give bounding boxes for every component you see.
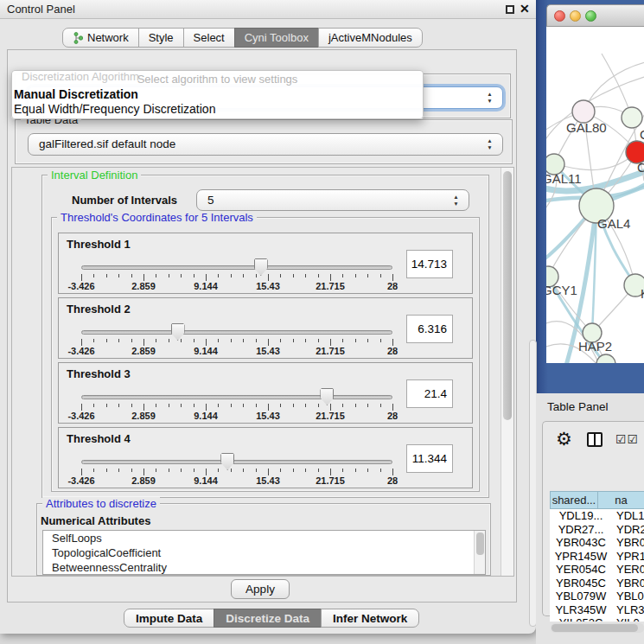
dropdown-options: Manual DiscretizationEqual Width/Frequen…	[12, 87, 423, 117]
table-row[interactable]: YBL079WYBL0	[550, 590, 644, 603]
algorithm-group-title: Discretization Algorithm	[22, 70, 139, 83]
slider-thumb[interactable]	[171, 323, 185, 341]
threshold-panel-threshold-3: Threshold 3-3.4262.8599.14415.4321.71528…	[58, 362, 473, 424]
algorithm-option-manual-discretization[interactable]: Manual Discretization	[12, 87, 423, 102]
node-label: GAL4	[597, 216, 630, 231]
table-row[interactable]: YBR045CYBR0	[550, 577, 644, 590]
tab-infer-network[interactable]: Infer Network	[321, 609, 419, 628]
node-label: GAL11	[546, 171, 582, 186]
cell-name: YPR1	[612, 550, 644, 564]
node-label: GAL80	[566, 120, 607, 135]
attribute-item-topologicalcoefficient[interactable]: TopologicalCoefficient	[43, 545, 485, 560]
combo-arrows-icon: ▲▼	[486, 91, 494, 105]
interval-definition-group: Interval Definition Number of Intervals …	[41, 175, 489, 498]
close-traffic-light[interactable]	[554, 10, 565, 22]
tab-network[interactable]: Network	[62, 28, 139, 48]
threshold-value-field[interactable]: 14.713	[406, 250, 453, 278]
attributes-group-title: Attributes to discretize	[42, 497, 160, 510]
network-graph[interactable]	[546, 27, 644, 363]
checkbox-icons[interactable]: ☑☑	[615, 432, 639, 446]
algorithm-option-equal-width-frequency-discretization[interactable]: Equal Width/Frequency Discretization	[12, 102, 423, 117]
control-panel-window: Control Panel ✕ NetworkStyleSelectCyni T…	[0, 0, 536, 634]
cell-name: YDR2	[612, 523, 644, 537]
column-layout-icon[interactable]	[587, 432, 603, 447]
cell-name: YIL0	[612, 616, 644, 622]
slider-track[interactable]	[81, 395, 392, 399]
tab-discretize-data[interactable]: Discretize Data	[214, 609, 322, 628]
network-icon	[73, 32, 83, 44]
table-header-row: shared... na	[550, 491, 644, 509]
slider-scale-label: 9.144	[184, 281, 227, 291]
cell-name: YLR3	[612, 603, 644, 617]
tab-cyni-toolbox[interactable]: Cyni Toolbox	[234, 28, 319, 48]
cell-name: YBL0	[612, 590, 644, 603]
table-row[interactable]: YIL052CYIL0	[550, 616, 644, 622]
column-header-shared[interactable]: shared...	[550, 491, 598, 509]
table-row[interactable]: YDR27...YDR2	[550, 523, 644, 537]
thresholds-group: Threshold's Coordinates for 5 Intervals …	[51, 217, 480, 492]
minimize-traffic-light[interactable]	[570, 10, 581, 22]
table-horizontal-scrollbar[interactable]	[551, 623, 644, 633]
zoom-traffic-light[interactable]	[585, 10, 596, 22]
settings-scrollbar[interactable]	[501, 168, 513, 576]
close-icon[interactable]: ✕	[520, 2, 530, 16]
number-of-intervals-spinner[interactable]: 5 ▲▼	[196, 189, 469, 211]
table-row[interactable]: YDL19...YDL1	[550, 509, 644, 523]
tab-style[interactable]: Style	[138, 28, 184, 48]
cell-shared-name: YBR043C	[550, 536, 612, 550]
slider-scale-label: 21.715	[309, 346, 352, 356]
scrollbar-thumb[interactable]	[552, 624, 638, 632]
cell-shared-name: YDR27...	[550, 523, 612, 537]
number-of-intervals-label: Number of Intervals	[72, 194, 177, 207]
scrollbar-thumb[interactable]	[503, 171, 512, 420]
tab-jactivemnodules[interactable]: jActiveMNodules	[318, 28, 423, 48]
table-row[interactable]: YER054CYER0	[550, 563, 644, 577]
network-window-titlebar	[546, 4, 644, 27]
table-data-select[interactable]: galFiltered.sif default node ▲▼	[28, 133, 503, 156]
node-label: GCY1	[546, 283, 577, 297]
slider-scale-label: 28	[371, 346, 414, 356]
threshold-value-field[interactable]: 21.4	[406, 379, 453, 408]
table-row[interactable]: YPR145WYPR1	[550, 550, 644, 564]
threshold-panel-threshold-1: Threshold 1-3.4262.8599.14415.4321.71528…	[58, 233, 473, 294]
threshold-value-field[interactable]: 6.316	[406, 315, 453, 343]
table-row[interactable]: YLR345WYLR3	[550, 603, 644, 617]
tab-label: Cyni Toolbox	[245, 31, 309, 44]
apply-button[interactable]: Apply	[231, 579, 290, 599]
table-row[interactable]: YBR043CYBR0	[550, 536, 644, 550]
slider-thumb[interactable]	[254, 258, 268, 276]
tab-select[interactable]: Select	[183, 28, 235, 48]
tab-label: Select	[194, 31, 225, 44]
cell-name: YDL1	[612, 509, 644, 523]
network-canvas[interactable]: GAL80 G C GAL11 GAL4 GCY1 H HAP2	[546, 27, 644, 363]
slider-scale-label: 2.859	[122, 475, 165, 486]
slider-scale-label: 28	[371, 411, 414, 421]
slider-scale-label: 21.715	[309, 281, 352, 291]
network-node[interactable]	[622, 107, 642, 128]
cell-shared-name: YER054C	[550, 563, 612, 577]
gear-icon[interactable]: ⚙	[556, 430, 572, 449]
numerical-attributes-label: Numerical Attributes	[41, 514, 150, 527]
slider-track[interactable]	[81, 265, 392, 270]
table-data-value: galFiltered.sif default node	[39, 137, 175, 150]
slider-track[interactable]	[81, 460, 392, 464]
thresholds-group-title: Threshold's Coordinates for 5 Intervals	[57, 211, 257, 224]
attribute-item-selfloops[interactable]: SelfLoops	[43, 531, 485, 545]
threshold-label: Threshold 3	[67, 367, 131, 380]
threshold-value-field[interactable]: 11.344	[406, 444, 453, 473]
slider-thumb[interactable]	[220, 453, 234, 470]
tab-label: Network	[87, 31, 129, 44]
node-label: H	[641, 286, 644, 301]
table-body: YDL19...YDL1YDR27...YDR2YBR043CYBR0YPR14…	[550, 509, 644, 622]
cell-shared-name: YIL052C	[550, 616, 612, 622]
slider-thumb[interactable]	[320, 388, 334, 405]
cell-shared-name: YLR345W	[550, 603, 612, 617]
attributes-listbox[interactable]: SelfLoopsTopologicalCoefficientBetweenne…	[42, 530, 486, 575]
tab-impute-data[interactable]: Impute Data	[124, 609, 214, 628]
float-window-icon[interactable]	[506, 5, 514, 14]
slider-scale-label: 21.715	[309, 475, 352, 486]
column-header-name[interactable]: na	[598, 491, 644, 509]
slider-track[interactable]	[81, 330, 392, 335]
attribute-item-betweennesscentrality[interactable]: BetweennessCentrality	[43, 560, 485, 575]
attributes-scrollbar[interactable]	[474, 531, 485, 574]
